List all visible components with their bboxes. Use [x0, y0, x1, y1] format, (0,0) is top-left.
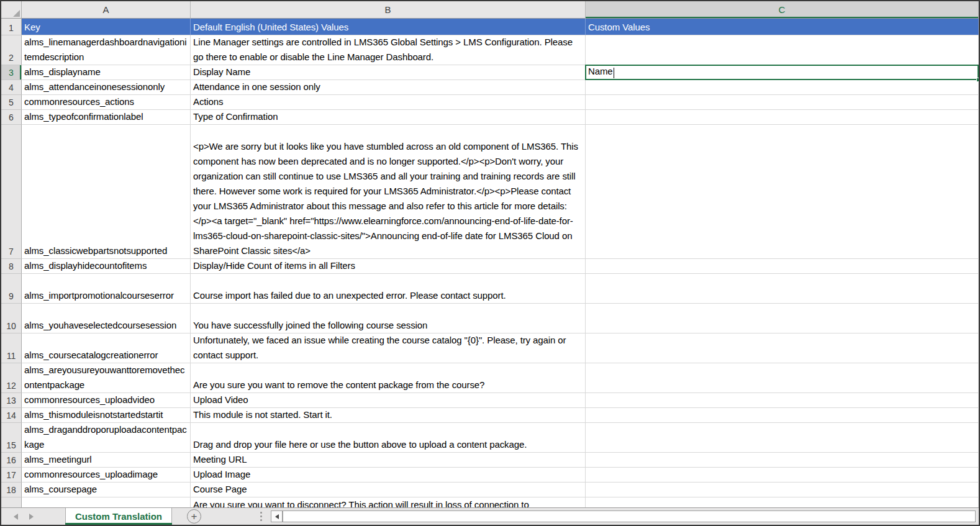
- row-header-17[interactable]: 17: [1, 468, 22, 483]
- cell-c6[interactable]: [586, 110, 979, 125]
- cell-b15[interactable]: Drag and drop your file here or use the …: [191, 423, 586, 453]
- fill-handle[interactable]: [976, 78, 979, 82]
- cell-a[interactable]: [22, 497, 191, 507]
- cell-c8[interactable]: [586, 259, 979, 274]
- row-header-3[interactable]: 3: [1, 65, 22, 80]
- sheet-grid: 1KeyDefault English (United States) Valu…: [1, 19, 979, 507]
- cell-c1[interactable]: Custom Values: [586, 19, 979, 35]
- cell-c4[interactable]: [586, 80, 979, 95]
- row-header-11[interactable]: 11: [1, 333, 22, 363]
- sheet-tab-bar: Custom Translation +: [1, 507, 979, 525]
- row-header-12[interactable]: 12: [1, 363, 22, 393]
- cell-a14[interactable]: alms_thismoduleisnotstartedstartit: [22, 408, 191, 423]
- cell-c[interactable]: [586, 497, 979, 507]
- cell-b9[interactable]: Course import has failed due to an unexp…: [191, 274, 586, 304]
- column-header-c[interactable]: C: [586, 1, 979, 19]
- cell-b4[interactable]: Attendance in one session only: [191, 80, 586, 95]
- table-row: 9alms_importpromotionalcourseserrorCours…: [1, 274, 979, 304]
- cell-c2[interactable]: [586, 35, 979, 65]
- cell-c10[interactable]: [586, 304, 979, 333]
- cell-a5[interactable]: commonresources_actions: [22, 95, 191, 110]
- cell-c12[interactable]: [586, 363, 979, 393]
- row-header-16[interactable]: 16: [1, 453, 22, 468]
- row-header-7[interactable]: 7: [1, 125, 22, 259]
- cell-b1[interactable]: Default English (United States) Values: [191, 19, 586, 35]
- cell-a18[interactable]: alms_coursepage: [22, 483, 191, 497]
- cell-a2[interactable]: alms_linemanagerdashboardnavigationitemd…: [22, 35, 191, 65]
- select-all-triangle-icon: [13, 10, 20, 17]
- row-header-14[interactable]: 14: [1, 408, 22, 423]
- cell-b7[interactable]: <p>We are sorry but it looks like you ha…: [191, 125, 586, 259]
- cell-b14[interactable]: This module is not started. Start it.: [191, 408, 586, 423]
- row-header-5[interactable]: 5: [1, 95, 22, 110]
- cell-c16[interactable]: [586, 453, 979, 468]
- sheet-nav-arrows: [1, 508, 42, 525]
- cell-b10[interactable]: You have successfully joined the followi…: [191, 304, 586, 333]
- table-row: 13commonresources_uploadvideoUpload Vide…: [1, 393, 979, 408]
- active-cell-C3[interactable]: Name: [586, 65, 979, 80]
- cell-a17[interactable]: commonresources_uploadimage: [22, 468, 191, 483]
- cell-b16[interactable]: Meeting URL: [191, 453, 586, 468]
- cell-b17[interactable]: Upload Image: [191, 468, 586, 483]
- cell-a6[interactable]: alms_typeofconfirmationlabel: [22, 110, 191, 125]
- cell-a13[interactable]: commonresources_uploadvideo: [22, 393, 191, 408]
- new-sheet-button[interactable]: +: [187, 509, 201, 524]
- scrollbar-splitter-icon[interactable]: [260, 508, 262, 525]
- row-header-9[interactable]: 9: [1, 274, 22, 304]
- row-header-6[interactable]: 6: [1, 110, 22, 125]
- cell-a10[interactable]: alms_youhaveselectedcoursesession: [22, 304, 191, 333]
- cell-c7[interactable]: [586, 125, 979, 259]
- scroll-left-triangle-icon: [275, 514, 279, 519]
- select-all-corner[interactable]: [1, 1, 22, 19]
- table-row: 2alms_linemanagerdashboardnavigationitem…: [1, 35, 979, 65]
- cell-c15[interactable]: [586, 423, 979, 453]
- cell-c11[interactable]: [586, 333, 979, 363]
- cell-b6[interactable]: Type of Confirmation: [191, 110, 586, 125]
- column-header-a[interactable]: A: [22, 1, 191, 19]
- cell-c13[interactable]: [586, 393, 979, 408]
- row-header-1[interactable]: 1: [1, 19, 22, 35]
- cell-c18[interactable]: [586, 483, 979, 497]
- cell-b11[interactable]: Unfortunately, we faced an issue while c…: [191, 333, 586, 363]
- sheet-tab-custom-translation[interactable]: Custom Translation: [65, 508, 172, 525]
- cell-a4[interactable]: alms_attendanceinonesessiononly: [22, 80, 191, 95]
- cell-a12[interactable]: alms_areyousureyouwanttoremovethecontent…: [22, 363, 191, 393]
- row-header-10[interactable]: 10: [1, 304, 22, 333]
- cell-b[interactable]: Are you sure you want to disconnect? Thi…: [191, 497, 586, 507]
- row-header-15[interactable]: 15: [1, 423, 22, 453]
- cell-b13[interactable]: Upload Video: [191, 393, 586, 408]
- cell-b2[interactable]: Line Manager settings are controlled in …: [191, 35, 586, 65]
- table-row: 18alms_coursepageCourse Page: [1, 483, 979, 497]
- cell-c14[interactable]: [586, 408, 979, 423]
- cell-a15[interactable]: alms_draganddroporuploadacontentpackage: [22, 423, 191, 453]
- cell-b3[interactable]: Display Name: [191, 65, 586, 80]
- cell-a16[interactable]: alms_meetingurl: [22, 453, 191, 468]
- row-header-18[interactable]: 18: [1, 483, 22, 497]
- cell-b12[interactable]: Are you sure you want to remove the cont…: [191, 363, 586, 393]
- row-header-4[interactable]: 4: [1, 80, 22, 95]
- row-header-13[interactable]: 13: [1, 393, 22, 408]
- sheet-nav-left-icon[interactable]: [14, 514, 18, 520]
- cell-b8[interactable]: Display/Hide Count of items in all Filte…: [191, 259, 586, 274]
- row-header-8[interactable]: 8: [1, 259, 22, 274]
- spreadsheet-window: A B C 1KeyDefault English (United States…: [0, 0, 980, 526]
- cell-a3[interactable]: alms_displayname: [22, 65, 191, 80]
- cell-a1[interactable]: Key: [22, 19, 191, 35]
- cell-b18[interactable]: Course Page: [191, 483, 586, 497]
- row-header-2[interactable]: 2: [1, 35, 22, 65]
- table-row: Are you sure you want to disconnect? Thi…: [1, 497, 979, 507]
- cell-a8[interactable]: alms_displayhidecountofitems: [22, 259, 191, 274]
- cell-a11[interactable]: alms_coursecatalogcreationerror: [22, 333, 191, 363]
- cell-c17[interactable]: [586, 468, 979, 483]
- sheet-nav-right-icon[interactable]: [29, 514, 34, 520]
- table-row: 4alms_attendanceinonesessiononlyAttendan…: [1, 80, 979, 95]
- scroll-left-button[interactable]: [271, 510, 283, 522]
- cell-c5[interactable]: [586, 95, 979, 110]
- row-header-partial[interactable]: [1, 497, 22, 507]
- cell-c9[interactable]: [586, 274, 979, 304]
- cell-a7[interactable]: alms_classicwebpartsnotsupported: [22, 125, 191, 259]
- column-header-b[interactable]: B: [191, 1, 586, 19]
- cell-a9[interactable]: alms_importpromotionalcourseserror: [22, 274, 191, 304]
- cell-b5[interactable]: Actions: [191, 95, 586, 110]
- horizontal-scrollbar[interactable]: [283, 510, 976, 522]
